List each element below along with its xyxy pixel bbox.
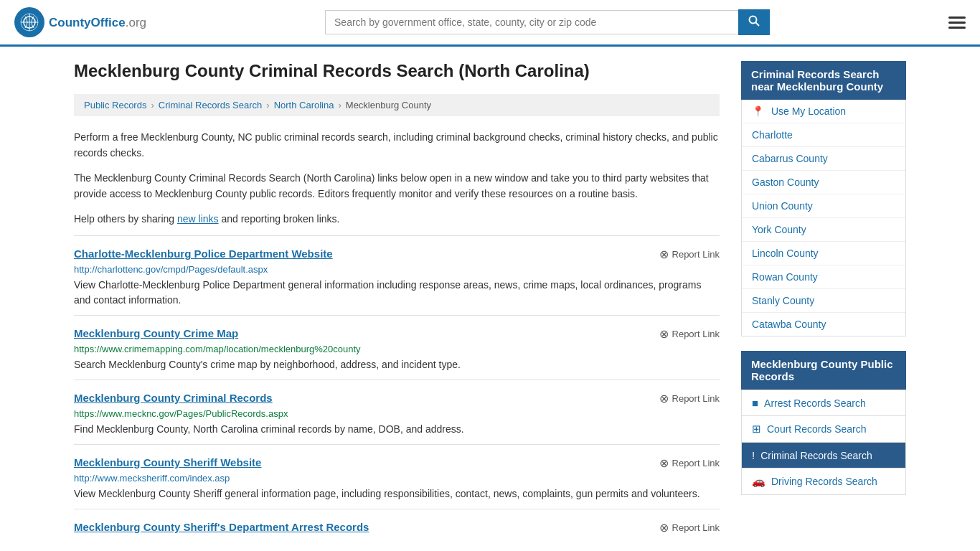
logo-icon bbox=[14, 7, 44, 37]
nearby-link[interactable]: Stanly County bbox=[752, 295, 814, 306]
sidebar-nearby-item: Charlotte bbox=[742, 123, 905, 147]
sidebar-nearby-item: Cabarrus County bbox=[742, 147, 905, 171]
result-title[interactable]: Mecklenburg County Criminal Records bbox=[74, 392, 273, 404]
result-description: Search Mecklenburg County's crime map by… bbox=[74, 357, 720, 372]
search-input[interactable] bbox=[325, 10, 738, 34]
result-title[interactable]: Mecklenburg County Crime Map bbox=[74, 327, 238, 339]
report-icon: ⊗ bbox=[659, 248, 669, 261]
report-link-button[interactable]: ⊗ Report Link bbox=[659, 248, 720, 261]
breadcrumb-current: Mecklenburg County bbox=[346, 100, 431, 110]
sidebar-nearby-item: York County bbox=[742, 218, 905, 242]
sidebar-nearby-item: Gaston County bbox=[742, 171, 905, 194]
nearby-link[interactable]: Rowan County bbox=[752, 271, 818, 283]
sidebar-nearby-item: Catawba County bbox=[742, 313, 905, 336]
breadcrumb-criminal-records[interactable]: Criminal Records Search bbox=[159, 100, 263, 110]
result-title[interactable]: Mecklenburg County Sheriff's Department … bbox=[74, 521, 369, 533]
sidebar-nearby-item: Stanly County bbox=[742, 289, 905, 313]
location-icon: 📍 bbox=[752, 105, 764, 117]
report-icon: ⊗ bbox=[659, 521, 669, 534]
result-title[interactable]: Charlotte-Mecklenburg Police Department … bbox=[74, 248, 333, 260]
nearby-link[interactable]: Charlotte bbox=[752, 129, 793, 141]
result-title[interactable]: Mecklenburg County Sheriff Website bbox=[74, 456, 261, 468]
report-icon: ⊗ bbox=[659, 392, 669, 405]
use-my-location-link[interactable]: Use My Location bbox=[771, 105, 846, 117]
result-url[interactable]: http://www.mecksheriff.com/index.asp bbox=[74, 473, 720, 484]
nearby-link[interactable]: Gaston County bbox=[752, 176, 819, 188]
intro-paragraph-2: The Mecklenburg County Criminal Records … bbox=[74, 170, 720, 202]
result-description: View Charlotte-Mecklenburg Police Depart… bbox=[74, 278, 720, 308]
new-links-link[interactable]: new links bbox=[177, 213, 219, 225]
result-item: ⊗ Report Link Mecklenburg County Crimina… bbox=[74, 380, 720, 444]
search-button[interactable] bbox=[738, 9, 770, 35]
sidebar-nearby-links: CharlotteCabarrus CountyGaston CountyUni… bbox=[742, 123, 905, 336]
sidebar-use-location[interactable]: 📍 Use My Location bbox=[742, 100, 905, 123]
result-url[interactable]: https://www.mecknc.gov/Pages/PublicRecor… bbox=[74, 408, 720, 419]
result-item: ⊗ Report Link Mecklenburg County Sheriff… bbox=[74, 444, 720, 509]
report-link-button[interactable]: ⊗ Report Link bbox=[659, 456, 720, 470]
result-item: ⊗ Report Link Mecklenburg County Crime M… bbox=[74, 315, 720, 380]
sidebar-public-links: ■Arrest Records Search⊞Court Records Sea… bbox=[741, 390, 906, 495]
sidebar-nearby-item: Rowan County bbox=[742, 265, 905, 289]
sidebar-public-link[interactable]: !Criminal Records Search bbox=[741, 443, 906, 468]
result-description: View Mecklenburg County Sheriff general … bbox=[74, 486, 720, 501]
report-link-button[interactable]: ⊗ Report Link bbox=[659, 521, 720, 534]
intro-paragraph-1: Perform a free Mecklenburg County, NC pu… bbox=[74, 129, 720, 161]
public-link-icon: 🚗 bbox=[752, 475, 765, 488]
site-header: CountyOffice.org bbox=[0, 0, 980, 47]
nearby-link[interactable]: Lincoln County bbox=[752, 248, 819, 259]
report-icon: ⊗ bbox=[659, 456, 669, 470]
public-link-icon: ⊞ bbox=[752, 423, 761, 435]
public-link-label: Arrest Records Search bbox=[764, 397, 866, 409]
nearby-link[interactable]: Union County bbox=[752, 200, 813, 212]
breadcrumb-public-records[interactable]: Public Records bbox=[84, 100, 146, 110]
sidebar-public-title: Mecklenburg County Public Records bbox=[741, 351, 906, 390]
breadcrumb: Public Records › Criminal Records Search… bbox=[74, 94, 720, 116]
public-link-label: Court Records Search bbox=[767, 423, 867, 435]
result-item: ⊗ Report Link Mecklenburg County Sheriff… bbox=[74, 509, 720, 542]
report-link-button[interactable]: ⊗ Report Link bbox=[659, 392, 720, 405]
intro-paragraph-3: Help others by sharing new links and rep… bbox=[74, 211, 720, 227]
svg-point-4 bbox=[750, 17, 757, 24]
sidebar-public-link[interactable]: ⊞Court Records Search bbox=[741, 416, 906, 443]
report-icon: ⊗ bbox=[659, 327, 669, 341]
main-content: Mecklenburg County Criminal Records Sear… bbox=[74, 61, 720, 542]
public-link-icon: ! bbox=[752, 449, 755, 461]
sidebar-public-link[interactable]: 🚗Driving Records Search bbox=[741, 468, 906, 495]
svg-line-5 bbox=[756, 23, 760, 27]
nearby-link[interactable]: York County bbox=[752, 224, 806, 235]
breadcrumb-nc[interactable]: North Carolina bbox=[274, 100, 334, 110]
sidebar: Criminal Records Search near Mecklenburg… bbox=[741, 61, 906, 542]
public-link-icon: ■ bbox=[752, 397, 758, 409]
sidebar-public-link[interactable]: ■Arrest Records Search bbox=[741, 390, 906, 416]
result-url[interactable]: http://charlottenc.gov/cmpd/Pages/defaul… bbox=[74, 264, 720, 275]
logo-text: CountyOffice.org bbox=[49, 15, 146, 30]
result-description: Find Mecklenburg County, North Carolina … bbox=[74, 422, 720, 437]
sidebar-nearby-item: Union County bbox=[742, 194, 905, 218]
menu-button[interactable] bbox=[948, 17, 966, 29]
result-item: ⊗ Report Link Charlotte-Mecklenburg Poli… bbox=[74, 235, 720, 315]
public-link-label: Driving Records Search bbox=[771, 476, 877, 487]
result-url[interactable]: https://www.crimemapping.com/map/locatio… bbox=[74, 344, 720, 354]
search-bar bbox=[325, 9, 770, 35]
sidebar-nearby-item: Lincoln County bbox=[742, 242, 905, 265]
main-layout: Mecklenburg County Criminal Records Sear… bbox=[60, 47, 920, 551]
page-title: Mecklenburg County Criminal Records Sear… bbox=[74, 61, 720, 81]
logo-area[interactable]: CountyOffice.org bbox=[14, 7, 146, 37]
nearby-link[interactable]: Cabarrus County bbox=[752, 153, 828, 164]
results-list: ⊗ Report Link Charlotte-Mecklenburg Poli… bbox=[74, 235, 720, 542]
report-link-button[interactable]: ⊗ Report Link bbox=[659, 327, 720, 341]
sidebar-nearby-list: 📍 Use My Location CharlotteCabarrus Coun… bbox=[741, 100, 906, 336]
public-link-label: Criminal Records Search bbox=[760, 450, 872, 461]
nearby-link[interactable]: Catawba County bbox=[752, 319, 826, 330]
sidebar-nearby-title: Criminal Records Search near Mecklenburg… bbox=[741, 61, 906, 100]
